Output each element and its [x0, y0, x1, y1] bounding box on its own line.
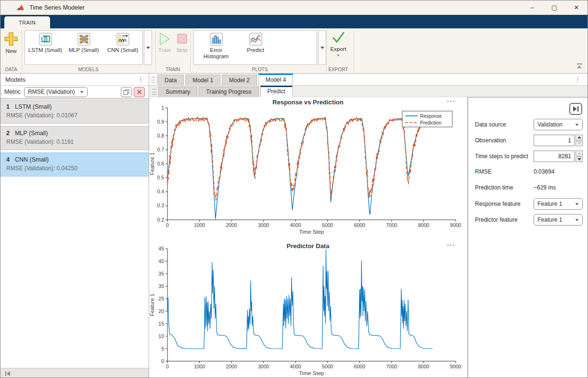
toolstrip-tab-bar: TRAIN [0, 15, 588, 28]
observation-row: Observation 1 [475, 135, 583, 146]
export-button-label: Export [326, 46, 351, 52]
svg-text:30: 30 [158, 283, 164, 289]
predictor-feature-row: Predictor feature Feature 1 [475, 214, 583, 226]
mlp-icon [77, 33, 90, 46]
new-button-label: New [3, 48, 19, 54]
svg-text:Response: Response [420, 113, 442, 119]
observation-value[interactable]: 1 [534, 135, 575, 146]
model4-sub-tab-bar: Summary Training Progress Predict [149, 86, 588, 97]
response-feature-dropdown[interactable]: Feature 1 [534, 198, 583, 210]
spin-up-button[interactable] [575, 135, 583, 140]
mlp-small-label: MLP (Small) [64, 47, 103, 53]
observation-stepper[interactable]: 1 [534, 135, 583, 146]
collapse-ribbon-button[interactable] [575, 63, 584, 70]
model-template-mlp-small[interactable]: MLP (Small) [64, 33, 103, 53]
window-controls: – ▢ ✕ [521, 0, 588, 14]
spin-down-button [575, 141, 583, 147]
chart-options-icon[interactable]: ⋯ [447, 98, 455, 105]
chevron-down-icon [146, 47, 150, 49]
svg-text:7000: 7000 [386, 364, 397, 369]
tab-training-progress[interactable]: Training Progress [199, 87, 258, 97]
svg-text:4000: 4000 [290, 222, 302, 228]
svg-text:2000: 2000 [226, 222, 237, 228]
lstm-small-label: LSTM (Small) [26, 47, 64, 53]
close-button[interactable]: ✕ [565, 0, 588, 14]
svg-text:3000: 3000 [258, 222, 269, 228]
time-steps-row: Time steps to predict 8281 [475, 151, 583, 162]
chart-title: Response vs Prediction [149, 99, 467, 106]
models-panel-header: Models ⋮ [0, 74, 149, 86]
export-button[interactable]: Export [326, 30, 351, 57]
delete-model-button[interactable] [134, 87, 145, 97]
svg-text:10: 10 [158, 333, 164, 339]
duplicate-model-button[interactable] [121, 87, 132, 97]
document-area-menu-icon[interactable]: ⋮ [575, 76, 581, 83]
models-gallery-dropdown-button[interactable] [144, 30, 152, 65]
svg-text:9000: 9000 [450, 222, 461, 228]
svg-text:5000: 5000 [322, 364, 333, 369]
predictor-feature-dropdown[interactable]: Feature 1 [534, 214, 583, 226]
tab-model-1[interactable]: Model 1 [185, 75, 220, 85]
models-gallery: LSTM (Small) MLP (Small) [25, 30, 143, 65]
tab-model-4[interactable]: Model 4 [258, 74, 294, 86]
predict-options-form: Data source Validation Observation 1 Ti [475, 119, 583, 230]
time-steps-stepper[interactable]: 8281 [534, 151, 583, 162]
stop-button: Stop [174, 32, 190, 53]
response-vs-prediction-plot: 01000200030004000500060007000800090000.2… [149, 97, 467, 238]
svg-text:0.5: 0.5 [157, 175, 164, 180]
model-metric: RMSE (Validation): 0.04250 [6, 165, 149, 172]
predict-plot-button[interactable]: Predict [236, 33, 275, 53]
svg-text:Prediction: Prediction [420, 120, 441, 126]
model-template-cnn-small[interactable]: CNN (Small) [103, 33, 142, 53]
data-source-row: Data source Validation [475, 119, 583, 130]
ribbon-divider [354, 30, 354, 72]
new-session-button[interactable]: New [3, 31, 19, 54]
models-panel: Models ⋮ Metric RMSE (Validation) [0, 74, 149, 378]
new-plus-icon [4, 31, 18, 47]
observation-label: Observation [475, 137, 534, 144]
model-card-2[interactable]: 2MLP (Small) RMSE (Validation): 0.1191 [0, 126, 149, 150]
svg-text:35: 35 [158, 271, 164, 277]
prediction-time-value: ~629 ms [534, 184, 583, 191]
model-metric: RMSE (Validation): 0.1191 [6, 139, 149, 145]
chevron-down-icon [320, 47, 324, 49]
svg-text:1000: 1000 [194, 364, 205, 369]
minimize-button[interactable]: – [521, 0, 543, 14]
model-card-4[interactable]: 4CNN (Small) RMSE (Validation): 0.04250 [0, 152, 149, 176]
checkmark-icon [331, 30, 345, 45]
svg-text:0.3: 0.3 [157, 202, 164, 208]
section-label-data: DATA [0, 67, 22, 72]
drag-grip-icon[interactable] [152, 89, 156, 95]
chart-options-icon[interactable]: ⋯ [447, 242, 455, 249]
models-panel-menu-icon[interactable]: ⋮ [138, 76, 144, 83]
svg-text:5000: 5000 [322, 222, 333, 228]
error-histogram-plot-button[interactable]: Error Histogram [196, 33, 236, 60]
data-source-dropdown[interactable]: Validation [534, 119, 583, 130]
cnn-small-label: CNN (Small) [103, 47, 142, 53]
spin-down-button[interactable] [575, 157, 583, 163]
chevron-down-icon [575, 203, 579, 205]
tab-model-2[interactable]: Model 2 [222, 75, 257, 85]
drag-grip-icon[interactable] [151, 77, 155, 83]
maximize-button[interactable]: ▢ [543, 0, 565, 14]
tab-data[interactable]: Data [157, 75, 184, 85]
plots-gallery: Error Histogram Predict [193, 30, 317, 65]
plots-gallery-dropdown-button[interactable] [318, 30, 326, 65]
svg-text:7000: 7000 [386, 222, 397, 228]
time-steps-value[interactable]: 8281 [534, 151, 575, 162]
section-label-train: TRAIN [155, 67, 190, 72]
svg-text:3000: 3000 [258, 364, 269, 369]
model-template-lstm-small[interactable]: LSTM (Small) [26, 33, 64, 53]
tab-summary[interactable]: Summary [158, 87, 197, 97]
metric-dropdown[interactable]: RMSE (Validation) [24, 87, 88, 97]
rmse-row: RMSE 0.03694 [475, 166, 583, 177]
tab-predict[interactable]: Predict [260, 86, 293, 97]
model-card-1[interactable]: 1LSTM (Small) RMSE (Validation): 0.01067 [0, 100, 149, 124]
metric-row: Metric RMSE (Validation) [0, 86, 149, 99]
collapse-left-icon[interactable] [4, 371, 11, 377]
chart-title: Predictor Data [149, 242, 467, 250]
play-icon [158, 32, 171, 46]
predictor-data-plot: 0100020003000400050006000700080009000051… [149, 239, 467, 378]
tab-train[interactable]: TRAIN [4, 16, 50, 28]
collapse-panel-button[interactable] [569, 103, 582, 115]
